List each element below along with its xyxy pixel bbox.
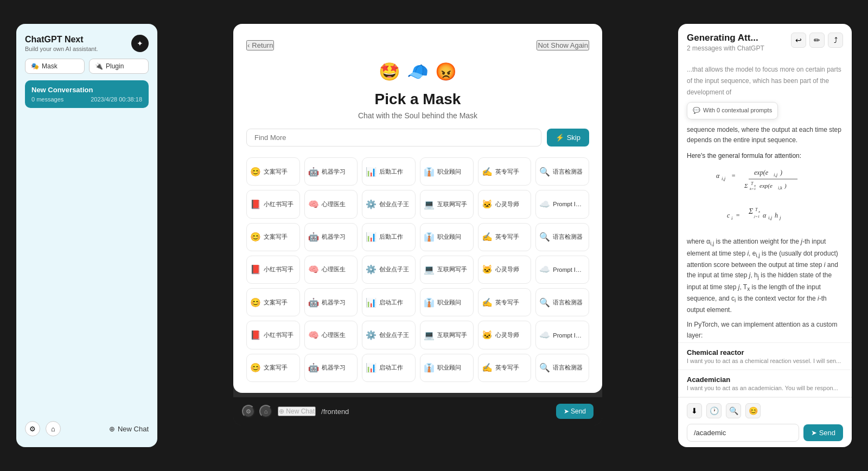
mask-card-37[interactable]: 🤖机器学习 [304,354,358,382]
mask-card-29[interactable]: 🔍语言检测器 [535,288,589,316]
mask-card-label-13: 机器学习 [322,233,346,241]
middle-section: 🌐 ⬆ ...only answer their pro... ...simil… [168,24,667,447]
mask-card-9[interactable]: 💻互联网写手 [420,190,474,218]
mask-card-15[interactable]: 👔职业顾问 [420,223,474,251]
mask-card-label-1: 机器学习 [322,168,346,176]
mask-card-label-31: 心理医生 [322,331,346,339]
plugin-button[interactable]: 🔌 Plugin [89,59,149,74]
app-title: ChatGPT Next [25,35,98,44]
mask-card-24[interactable]: 😊文案写手 [246,288,300,316]
mask-card-10[interactable]: 🐱心灵导师 [478,190,532,218]
mask-card-label-30: 小红书写手 [264,331,293,339]
mask-card-14[interactable]: 📊后勤工作 [362,223,416,251]
formula-block-2: c i = Σ T x j=1 α i,j h j [687,206,843,231]
mask-card-5[interactable]: 🔍语言检测器 [535,157,589,186]
svg-text:): ) [780,169,782,176]
mask-card-36[interactable]: 😊文案写手 [246,354,300,382]
mask-card-emoji-12: 😊 [250,232,261,242]
chat-history-icon[interactable]: ⌂ [259,405,272,418]
mask-card-3[interactable]: 👔职业顾问 [420,157,474,186]
content-paragraph-2: where αi,j is the attention weight for t… [687,237,843,315]
mask-card-emoji-22: 🐱 [482,264,493,275]
clock-icon-button[interactable]: 🕐 [706,403,722,418]
chat-settings-icon[interactable]: ⚙ [242,405,255,418]
skip-button[interactable]: ⚡ Skip [547,129,589,147]
return-label: Return [252,41,273,49]
chat-send-button[interactable]: ➤ Send [556,404,593,419]
mask-card-11[interactable]: ☁️Prompt Im... [535,190,589,218]
mask-grid: 😊文案写手🤖机器学习📊后勤工作👔职业顾问✍️英专写手🔍语言检测器📕小红书写手🧠心… [246,157,589,382]
mask-card-16[interactable]: ✍️英专写手 [478,223,532,251]
mask-card-33[interactable]: 💻互联网写手 [420,321,474,349]
mask-card-39[interactable]: 👔职业顾问 [420,354,474,382]
mask-card-emoji-24: 😊 [250,297,261,308]
settings-icon-button[interactable]: ⚙ [25,421,40,436]
mask-card-emoji-7: 🧠 [308,199,319,209]
right-panel-title: Generating Att... [687,33,764,43]
mask-card-38[interactable]: 📊启动工作 [362,354,416,382]
prompt-card-academician[interactable]: Academician I want you to act as an acad… [678,370,852,397]
svg-text:): ) [784,182,787,189]
formula-label: Here's the general formula for attention… [687,151,843,161]
mask-card-40[interactable]: ✍️英专写手 [478,354,532,382]
mask-card-7[interactable]: 🧠心理医生 [304,190,358,218]
collapse-icon-button[interactable]: ⬇ [687,403,702,418]
mask-card-2[interactable]: 📊后勤工作 [362,157,416,186]
mask-card-41[interactable]: 🔍语言检测器 [535,354,589,382]
mask-card-21[interactable]: 💻互联网写手 [420,256,474,284]
prompt-card-chemical[interactable]: Chemical reactor I want you to act as a … [678,343,852,370]
mask-card-0[interactable]: 😊文案写手 [246,157,300,186]
chat-new-chat-button[interactable]: ⊕ New Chat [278,406,316,416]
chat-input[interactable] [321,408,551,416]
mask-title: Pick a Mask [246,91,589,108]
mask-card-22[interactable]: 🐱心灵导师 [478,256,532,284]
mask-card-19[interactable]: 🧠心理医生 [304,256,358,284]
plus-icon: ⊕ [109,425,115,433]
mask-card-4[interactable]: ✍️英专写手 [478,157,532,186]
mask-card-13[interactable]: 🤖机器学习 [304,223,358,251]
mask-card-26[interactable]: 📊启动工作 [362,288,416,316]
mask-button[interactable]: 🎭 Mask [25,59,85,74]
svg-text:j=1: j=1 [754,214,760,219]
mask-card-31[interactable]: 🧠心理医生 [304,321,358,349]
mask-card-35[interactable]: ☁️Prompt Im... [535,321,589,349]
undo-button[interactable]: ↩ [791,33,806,48]
mask-card-1[interactable]: 🤖机器学习 [304,157,358,186]
mask-card-6[interactable]: 📕小红书写手 [246,190,300,218]
github-icon-button[interactable]: ⌂ [46,421,61,436]
conversation-item[interactable]: New Conversation 0 messages 2023/4/28 00… [25,80,149,108]
edit-button[interactable]: ✏ [809,33,825,48]
right-send-button[interactable]: ➤ Send [803,424,843,441]
search-icon-button[interactable]: 🔍 [726,403,741,418]
mask-card-23[interactable]: ☁️Prompt Im... [535,256,589,284]
mask-card-emoji-28: ✍️ [482,297,493,308]
mask-card-18[interactable]: 📕小红书写手 [246,256,300,284]
mask-card-emoji-33: 💻 [424,330,435,340]
new-chat-button[interactable]: ⊕ New Chat [109,425,149,433]
not-show-again-button[interactable]: Not Show Again [537,40,589,50]
mask-card-emoji-38: 📊 [366,362,376,373]
svg-text:i,j: i,j [768,215,773,220]
mask-card-label-36: 文案写手 [264,364,288,372]
mask-card-20[interactable]: ⚙️创业点子王 [362,256,416,284]
mask-card-emoji-0: 😊 [250,167,261,177]
right-send-icon: ➤ [811,429,817,437]
mask-card-34[interactable]: 🐱心灵导师 [478,321,532,349]
mask-card-label-5: 语言检测器 [553,168,583,176]
mask-search-input[interactable] [246,129,541,147]
return-button[interactable]: ‹ Return [246,40,274,50]
mask-card-emoji-32: ⚙️ [366,330,376,340]
mask-card-30[interactable]: 📕小红书写手 [246,321,300,349]
svg-text:T: T [755,207,758,212]
mask-card-12[interactable]: 😊文案写手 [246,223,300,251]
mask-card-32[interactable]: ⚙️创业点子王 [362,321,416,349]
emoji-icon-button[interactable]: 😊 [745,403,761,418]
mask-card-25[interactable]: 🤖机器学习 [304,288,358,316]
mask-search-row: ⚡ Skip [246,129,589,147]
share-button[interactable]: ⤴ [828,33,843,48]
mask-card-17[interactable]: 🔍语言检测器 [535,223,589,251]
mask-card-28[interactable]: ✍️英专写手 [478,288,532,316]
mask-card-8[interactable]: ⚙️创业点子王 [362,190,416,218]
right-input-field[interactable] [687,424,799,442]
mask-card-27[interactable]: 👔职业顾问 [420,288,474,316]
